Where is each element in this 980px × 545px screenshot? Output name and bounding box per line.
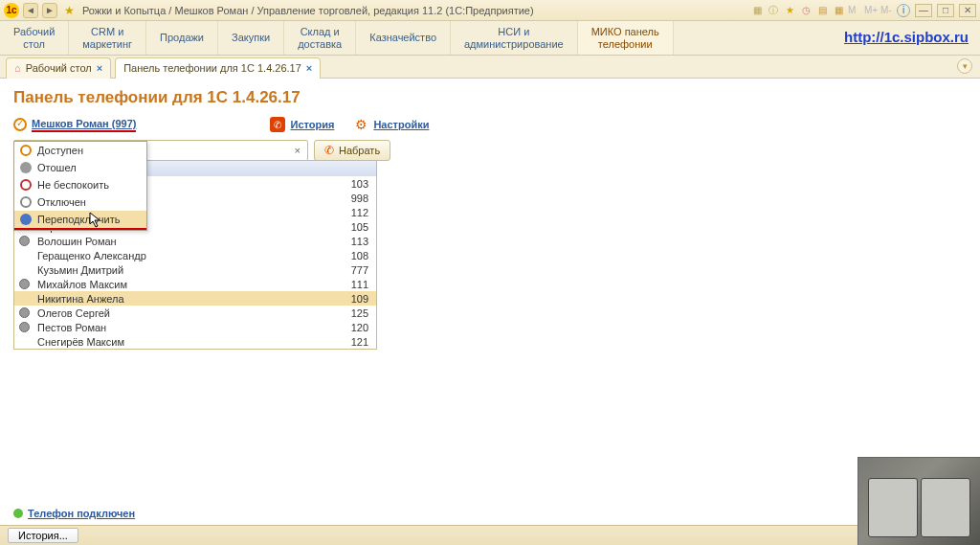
table-row[interactable]: Михайлов Максим111 [14, 277, 376, 291]
page-title: Панель телефонии для 1С 1.4.26.17 [13, 88, 967, 107]
status-available-icon [13, 118, 27, 131]
away-dot-icon [20, 162, 32, 173]
user-status-chunk[interactable]: Мешков Роман (997) Доступен Отошел Не бе… [13, 118, 136, 132]
table-row[interactable]: Никитина Анжела109 [14, 291, 376, 306]
contact-number: 105 [319, 221, 376, 233]
settings-chunk[interactable]: ⚙ Настройки [353, 117, 429, 132]
presence-cell [14, 307, 33, 318]
presence-cell [14, 293, 33, 304]
nav-crm[interactable]: CRM и маркетинг [69, 21, 146, 55]
presence-icon [19, 279, 30, 289]
status-offline[interactable]: Отключен [14, 193, 146, 211]
forward-icon[interactable]: ► [42, 3, 57, 18]
contact-name: Геращенко Александр [33, 250, 319, 261]
ip-phone-photo [858, 457, 980, 545]
dnd-dot-icon [20, 179, 32, 191]
status-away[interactable]: Отошел [14, 159, 146, 176]
contact-number: 121 [319, 336, 376, 348]
presence-cell [14, 236, 33, 246]
help-icon[interactable]: i [897, 4, 910, 17]
calendar-icon[interactable]: ▦ [832, 4, 845, 17]
clock-icon[interactable]: ◷ [799, 4, 813, 17]
nav-warehouse[interactable]: Склад и доставка [284, 21, 356, 55]
contact-name: Пестов Роман [33, 322, 319, 333]
window-title: Рожки и Копытца / Мешков Роман / Управле… [82, 5, 534, 16]
contact-number: 109 [319, 293, 376, 305]
nav-sales[interactable]: Продажи [146, 21, 218, 55]
minimize-button[interactable]: — [915, 4, 932, 17]
table-row[interactable]: Кузьмин Дмитрий777 [14, 262, 376, 277]
history-link[interactable]: История [290, 119, 334, 130]
table-row[interactable]: Снегирёв Максим121 [14, 334, 376, 349]
tab-telephony-label: Панель телефонии для 1С 1.4.26.17 [123, 62, 301, 74]
m-icon[interactable]: M [848, 5, 861, 15]
connection-status-label: Телефон подключен [28, 508, 135, 519]
table-row[interactable]: Волошин Роман113 [14, 234, 376, 248]
tab-desktop[interactable]: ⌂ Рабочий стол × [6, 57, 111, 79]
history-bottom-button[interactable]: История... [8, 528, 78, 543]
status-reconnect[interactable]: Переподключить [14, 211, 146, 228]
settings-link[interactable]: Настройки [373, 119, 429, 130]
connection-status[interactable]: Телефон подключен [13, 508, 135, 519]
available-dot-icon [20, 145, 32, 156]
star2-icon[interactable]: ★ [783, 4, 796, 17]
tab-telephony-panel[interactable]: Панель телефонии для 1С 1.4.26.17 × [115, 57, 321, 79]
back-icon[interactable]: ◄ [23, 3, 38, 18]
presence-icon [19, 307, 30, 318]
favorite-icon[interactable]: ★ [61, 4, 77, 17]
table-row[interactable]: Олегов Сергей125 [14, 306, 376, 320]
page-content: Панель телефонии для 1С 1.4.26.17 Мешков… [0, 79, 980, 525]
nav-nsi[interactable]: НСИ и администрирование [451, 21, 578, 55]
search-dial-row: × ✆ Набрать [13, 140, 967, 161]
contact-name: Олегов Сергей [33, 307, 319, 319]
presence-icon [19, 322, 30, 332]
presence-cell [14, 264, 33, 275]
desktop-tab-icon: ⌂ [14, 62, 21, 74]
status-available[interactable]: Доступен [14, 142, 146, 159]
titlebar-tools: ▦ ⓘ ★ ◷ ▤ ▦ M M+ M- i — □ ✕ [750, 4, 976, 17]
status-menu: Доступен Отошел Не беспокоить Отключен П… [13, 141, 147, 231]
dial-button[interactable]: ✆ Набрать [314, 140, 390, 161]
offline-dot-icon [20, 196, 32, 208]
app-icon: 1c [4, 3, 19, 18]
nav-desktop[interactable]: Рабочий стол [0, 21, 69, 55]
clear-icon[interactable]: × [292, 145, 303, 156]
tab-desktop-label: Рабочий стол [26, 62, 92, 74]
maximize-button[interactable]: □ [937, 4, 954, 17]
grid-icon[interactable]: ▦ [750, 4, 764, 17]
contact-name: Михайлов Максим [33, 279, 319, 290]
gear-icon: ⚙ [353, 117, 368, 132]
contact-number: 777 [319, 264, 376, 276]
m-minus-icon[interactable]: M- [880, 5, 894, 15]
m-plus-icon[interactable]: M+ [864, 5, 878, 15]
presence-icon [19, 236, 30, 246]
window-titlebar: 1c ◄ ► ★ Рожки и Копытца / Мешков Роман … [0, 0, 980, 21]
contact-name: Никитина Анжела [33, 293, 319, 305]
contact-name: Снегирёв Максим [33, 336, 319, 348]
nav-treasury[interactable]: Казначейство [356, 21, 451, 55]
nav-purchases[interactable]: Закупки [218, 21, 284, 55]
online-dot-icon [13, 509, 23, 518]
history-chunk[interactable]: ✆ История [270, 117, 334, 132]
main-nav: Рабочий стол CRM и маркетинг Продажи Зак… [0, 21, 980, 56]
contact-name: Волошин Роман [33, 236, 319, 247]
presence-cell [14, 336, 33, 347]
status-dnd[interactable]: Не беспокоить [14, 176, 146, 193]
tabs-dropdown-icon[interactable]: ▾ [957, 58, 972, 74]
table-row[interactable]: Геращенко Александр108 [14, 248, 376, 262]
calc-icon[interactable]: ▤ [815, 4, 829, 17]
table-row[interactable]: Пестов Роман120 [14, 320, 376, 334]
contact-number: 111 [319, 279, 376, 290]
tab-telephony-close[interactable]: × [306, 62, 312, 74]
tab-desktop-close[interactable]: × [97, 62, 102, 74]
reconnect-icon [20, 214, 32, 225]
current-user-link[interactable]: Мешков Роман (997) [32, 118, 136, 132]
dial-label: Набрать [339, 145, 380, 156]
presence-cell [14, 322, 33, 332]
presence-cell [14, 279, 33, 289]
nav-telephony[interactable]: МИКО панель телефонии [578, 21, 674, 55]
close-button[interactable]: ✕ [959, 4, 976, 17]
info-icon[interactable]: ⓘ [767, 4, 780, 17]
sipbox-link[interactable]: http://1c.sipbox.ru [833, 21, 980, 55]
phone-icon: ✆ [324, 144, 334, 157]
